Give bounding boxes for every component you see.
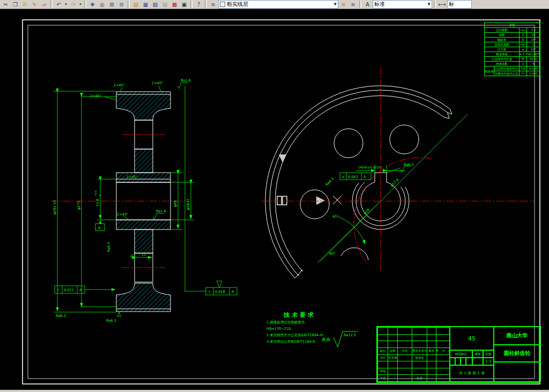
pan-icon[interactable]: ✥ xyxy=(88,0,97,9)
fcf-value: 0.012 xyxy=(64,288,74,292)
fcf-value: 0.018 xyxy=(215,290,225,294)
param-value: 34.61 xyxy=(527,57,540,62)
param-value: 20° xyxy=(527,47,540,52)
gear-hub-lower xyxy=(116,220,170,230)
material-cell: 45 xyxy=(449,326,494,351)
tb-header-cell: 更改文件号 xyxy=(412,347,427,354)
dim-keyway-tol-upper: +0.2 xyxy=(94,190,97,196)
markup-icon[interactable]: ▩ xyxy=(170,0,179,9)
tb-header-cell: 年、月、日 xyxy=(436,347,450,354)
gear-web-lower xyxy=(135,230,153,253)
tb-header-cell: 分区 xyxy=(397,347,412,354)
roughness-label: Ra1.6 xyxy=(181,78,191,83)
layers-icon[interactable]: ≋ xyxy=(209,0,218,9)
layer-translate-icon[interactable]: ▧ xyxy=(151,0,160,9)
param-label: 齿顶高系数 xyxy=(485,42,520,47)
dim-tip-diameter: φ281.14 xyxy=(53,200,57,215)
param-label: 齿数 xyxy=(485,33,520,38)
param-symbol: k xyxy=(520,62,527,66)
gear-parameter-table: 参数 法向模数 mn 2.5 齿数 z 30 螺旋角 β 15° 齿顶高系数 h… xyxy=(484,23,540,76)
chamfer-label: 2×45° xyxy=(152,81,163,85)
tech-req-line: HB=170~210 xyxy=(266,326,358,332)
param-label: 跨测齿数 xyxy=(485,62,520,66)
dim-root-diameter: φ271 xyxy=(77,201,81,210)
toolbar-separator xyxy=(434,1,436,8)
param-label: 法向模数 xyxy=(485,28,520,33)
school-name: 燕山大学 xyxy=(493,326,541,345)
help-icon[interactable]: ? xyxy=(194,0,203,9)
design-label: 设计 xyxy=(378,354,388,361)
dim-keyway-tol-lower: 0 xyxy=(99,195,101,196)
toolbar-separator xyxy=(205,1,207,8)
roughness-label: Ra6.3 xyxy=(56,314,66,318)
layer-select-combo[interactable]: 粗实线层 ▼ xyxy=(218,0,338,9)
copy-icon[interactable]: ❐ xyxy=(11,0,20,9)
dim-style-combo[interactable]: 标 xyxy=(447,0,472,9)
undo-icon[interactable]: ↶ xyxy=(54,0,63,9)
part-name: 圆柱斜齿轮 xyxy=(493,344,541,363)
param-symbol: ha* xyxy=(520,42,527,47)
param-symbol: z xyxy=(520,33,527,38)
tb-header-cell: 签名 xyxy=(427,347,436,354)
param-symbol: α xyxy=(520,47,527,52)
chevron-down-icon[interactable]: ▼ xyxy=(334,2,337,6)
polyline-edit-icon[interactable]: ▱ xyxy=(40,0,49,9)
technical-requirements: 技术要求 1.调质处理后齿面硬度为 HB=170~210 2.未注线性尺寸公差按… xyxy=(266,311,358,345)
dim-keyway-depth: 51.8 xyxy=(95,199,100,206)
undo-dropdown-icon[interactable]: ▾ xyxy=(64,1,68,8)
param-value: 0.036 xyxy=(527,66,540,71)
chamfer-label: 1×45° xyxy=(127,175,138,179)
fcf-datum: A xyxy=(363,175,366,179)
match-properties-icon[interactable]: ▤ xyxy=(131,0,140,9)
publish-icon[interactable]: ▨ xyxy=(160,0,169,9)
layer-states-icon[interactable]: ≋ xyxy=(348,0,358,9)
layer-color-swatch xyxy=(220,2,225,7)
param-table-title: 参数 xyxy=(485,23,540,28)
fcf-datum: A xyxy=(232,290,234,294)
layer-previous-icon[interactable]: ≋ xyxy=(339,0,348,9)
param-symbol: Fr xyxy=(520,71,527,76)
brush-icon[interactable]: ✎ xyxy=(30,0,39,9)
roughness-label: Ra6.3 xyxy=(404,162,414,167)
dim-style-icon[interactable]: ⟷ xyxy=(437,0,447,9)
text-style-value: 标准 xyxy=(374,1,385,8)
drawing-number-cell xyxy=(493,361,541,382)
table-icon[interactable]: ▣ xyxy=(180,0,189,9)
text-style-icon[interactable]: A xyxy=(363,0,372,9)
zoom-window-icon[interactable]: ⊞ xyxy=(107,0,116,9)
toolbar-separator xyxy=(128,1,130,8)
redo-icon[interactable]: ↷ xyxy=(69,0,78,9)
param-inspect-label: 检验项目 xyxy=(485,66,494,76)
tech-req-line: 3.未注形位公差按GB/T1184-K. xyxy=(266,338,358,345)
standardization-label: 标准化 xyxy=(412,354,427,361)
review-label: 审核 xyxy=(378,368,388,375)
toolbar-separator xyxy=(50,1,53,8)
redo-dropdown-icon[interactable]: ▾ xyxy=(78,1,83,8)
paste-icon[interactable]: ⎘ xyxy=(20,0,29,9)
param-value: 4 xyxy=(527,62,540,66)
cad-application-window: { "toolbar": { "glyphs": { "scissors": "… xyxy=(0,0,549,392)
title-block-grid: 标记 处数 分区 更改文件号 签名 年、月、日 设计 朱宏琳 标准化 审核 工艺… xyxy=(377,327,450,382)
param-label: 齿圈径向跳动公差 xyxy=(494,71,520,76)
chamfer-label: 2×45° xyxy=(114,83,125,87)
param-value: 0.045 xyxy=(527,71,540,76)
roughness-label: Ra6.3 xyxy=(107,242,111,252)
param-symbol: β xyxy=(520,38,527,42)
chevron-down-icon[interactable]: ▼ xyxy=(428,2,431,6)
layer-properties-icon[interactable]: ▦ xyxy=(141,0,150,9)
tb-header-cell: 标记 xyxy=(378,347,388,354)
tech-req-line: 1.调质处理后齿面硬度为 xyxy=(266,319,358,326)
roughness-label: Ra6.3 xyxy=(106,319,116,323)
fcf-datum: A xyxy=(79,288,82,292)
text-style-combo[interactable]: 标准 ▼ xyxy=(373,0,432,9)
chamfer-label: 2×45° xyxy=(90,94,101,98)
param-value: 15° xyxy=(527,38,540,42)
roughness-label: Ra1.6 xyxy=(156,209,166,213)
dim-keyway-width: 14JS9(±0.0215) xyxy=(358,166,382,169)
fcf-value: 0.043 xyxy=(348,175,358,179)
scissors-icon[interactable]: ✂ xyxy=(1,0,10,9)
param-symbol: W xyxy=(520,57,527,62)
zoom-previous-icon[interactable]: ⊖ xyxy=(117,0,126,9)
zoom-realtime-icon[interactable]: ◎ xyxy=(98,0,107,9)
title-block: 标记 处数 分区 更改文件号 签名 年、月、日 设计 朱宏琳 标准化 审核 工艺… xyxy=(376,326,540,383)
